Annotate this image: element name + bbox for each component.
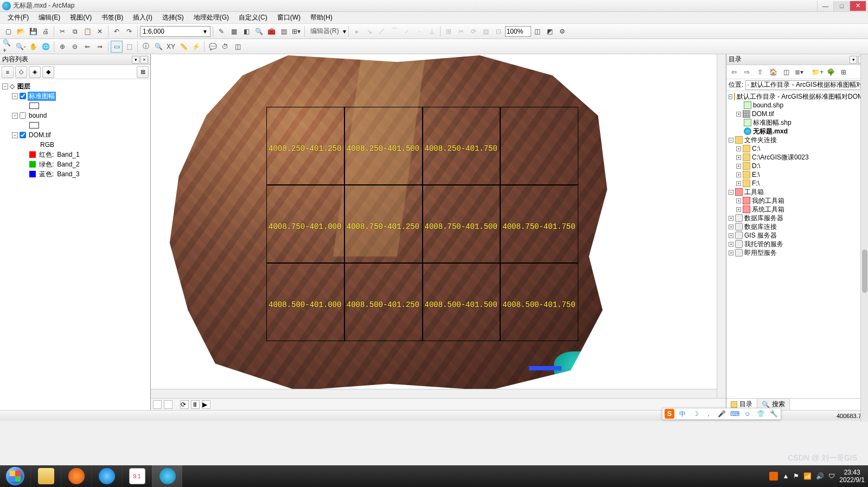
data-view-button[interactable] [153,400,162,409]
taskbar-arcmap[interactable] [152,465,182,487]
maximize-button[interactable]: □ [833,1,850,11]
cat-options-button[interactable]: ⊞ [838,66,850,78]
ime-moon-icon[interactable]: ☽ [691,409,700,419]
browser-scrollbar[interactable] [860,54,868,422]
catalog-node[interactable]: +我的工具箱 [727,196,867,205]
cut-button[interactable]: ✂ [56,25,68,37]
print-button[interactable]: 🖨 [40,25,52,37]
cat-tree-button[interactable]: 🌳 [825,66,837,78]
toc-by-selection[interactable]: ◆ [42,66,54,78]
twist-icon[interactable]: − [729,190,733,195]
location-field[interactable]: 默认工作目录 - ArcGIS根据标准图幅对 [745,80,866,90]
refresh-button[interactable]: ⟳ [180,400,189,409]
map-vscroll[interactable] [717,54,726,398]
catalog-node[interactable]: +D:\ [727,162,867,170]
ime-mic-icon[interactable]: 🎤 [717,409,726,419]
paste-button[interactable]: 📋 [81,25,93,37]
scale-input[interactable] [143,28,202,35]
twist-icon[interactable]: + [736,112,741,117]
scale-combo[interactable]: ▾ [140,26,210,37]
catalog-node[interactable]: 无标题.mxd [727,127,867,136]
python-button[interactable]: ▤ [278,25,290,37]
map-view[interactable]: 4008.250-401.2504008.250-401.5004008.250… [151,54,726,410]
hyperlink-button[interactable]: ⚡ [190,41,202,53]
toc-by-visibility[interactable]: ◈ [29,66,41,78]
save-button[interactable]: 💾 [27,25,39,37]
menu-view[interactable]: 视图(V) [66,12,96,23]
zoom-combo[interactable]: 100% [505,26,531,37]
polygon-symbol-icon[interactable] [29,122,39,129]
twist-icon[interactable]: − [12,93,18,99]
twist-icon[interactable]: + [729,233,733,238]
cat-back-button[interactable]: ⇦ [728,66,740,78]
georef-options[interactable]: ⚙ [557,25,569,37]
undo-button[interactable]: ↶ [111,25,123,37]
cat-list-button[interactable]: ≣▾ [793,66,805,78]
twist-icon[interactable]: + [736,155,741,160]
redo-button[interactable]: ↷ [123,25,135,37]
viewer-button[interactable]: ◫ [232,41,244,53]
tray-net-icon[interactable]: 📶 [803,472,812,480]
georef-button[interactable]: ◩ [544,25,556,37]
catalog-node[interactable]: +C:\ArcGIS微课0023 [727,153,867,162]
layer-checkbox[interactable] [20,112,26,119]
identify-button[interactable]: ⓘ [140,41,152,53]
tray-shield-icon[interactable]: 🛡 [828,472,835,480]
editor-menu[interactable]: 编辑器(R) [307,27,342,36]
dropdown-icon[interactable]: ▾ [202,28,208,35]
menu-customize[interactable]: 自定义(C) [234,12,272,23]
time-slider-button[interactable]: ⏱ [219,41,231,53]
tray-up-icon[interactable]: ▲ [782,472,789,480]
layer-name[interactable]: 标准图幅 [28,92,56,101]
open-button[interactable]: 📂 [15,25,27,37]
cat-connect-button[interactable]: 📁+ [812,66,824,78]
catalog-node[interactable]: +E:\ [727,170,867,179]
goto-xy-button[interactable]: XY [165,41,177,53]
catalog-node[interactable]: +系统工具箱 [727,205,867,214]
tray-vol-icon[interactable]: 🔊 [816,472,824,480]
twist-icon[interactable]: + [729,225,733,229]
zoom-out-button[interactable]: 🔍- [15,41,27,53]
ime-keyboard-icon[interactable]: ⌨ [730,409,739,419]
catalog-node[interactable]: +数据库服务器 [727,214,867,222]
twist-icon[interactable]: + [736,164,741,169]
minimize-button[interactable]: — [817,1,833,11]
cat-fwd-button[interactable]: ⇨ [741,66,753,78]
catalog-button[interactable]: ◧ [240,25,252,37]
layer-name[interactable]: DOM.tif [28,131,52,139]
sogou-icon[interactable]: S [665,409,674,419]
tray-flag-icon[interactable]: ⚑ [793,472,799,480]
fixed-zoom-in[interactable]: ⊕ [56,41,68,53]
toc-by-drawing-order[interactable]: ≡ [2,66,14,78]
map-hscroll[interactable] [151,389,717,398]
cat-toggle-button[interactable]: ◫ [780,66,792,78]
ime-tool-icon[interactable]: 🔧 [769,409,778,419]
create-features-button[interactable]: ◫ [532,25,544,37]
menu-edit[interactable]: 编辑(E) [34,12,65,23]
toc-by-source[interactable]: ◇ [15,66,27,78]
menu-selection[interactable]: 选择(S) [158,12,188,23]
taskbar-app1[interactable]: 9.1 [122,465,152,487]
catalog-node[interactable]: −文件夹连接 [727,136,867,144]
ime-lang[interactable]: 中 [678,409,687,419]
layout-view-button[interactable] [164,400,173,409]
menu-bookmarks[interactable]: 书签(B) [97,12,127,23]
twist-icon[interactable]: + [736,181,741,186]
toc-close-button[interactable]: × [141,56,148,63]
menu-file[interactable]: 文件(F) [3,12,33,23]
toc-options[interactable]: ⊞ [137,66,149,78]
tray-sogou-icon[interactable] [769,472,778,480]
catalog-node[interactable]: −工具箱 [727,188,867,196]
cat-home-button[interactable]: 🏠 [767,66,779,78]
toc-root[interactable]: 图层 [16,82,31,91]
catalog-node[interactable]: +数据库连接 [727,222,867,231]
layer-checkbox[interactable] [20,93,26,99]
twist-icon[interactable]: − [729,138,733,143]
search-button[interactable]: 🔍 [253,25,265,37]
twist-icon[interactable]: + [736,198,741,203]
ime-person-icon[interactable]: 👕 [756,409,765,419]
tray-clock[interactable]: 23:43 2022/9/1 [839,469,865,484]
modelbuilder-button[interactable]: ⊞▾ [290,25,302,37]
polygon-symbol-icon[interactable] [29,102,39,109]
select-element-button[interactable]: ▭ [111,41,123,53]
